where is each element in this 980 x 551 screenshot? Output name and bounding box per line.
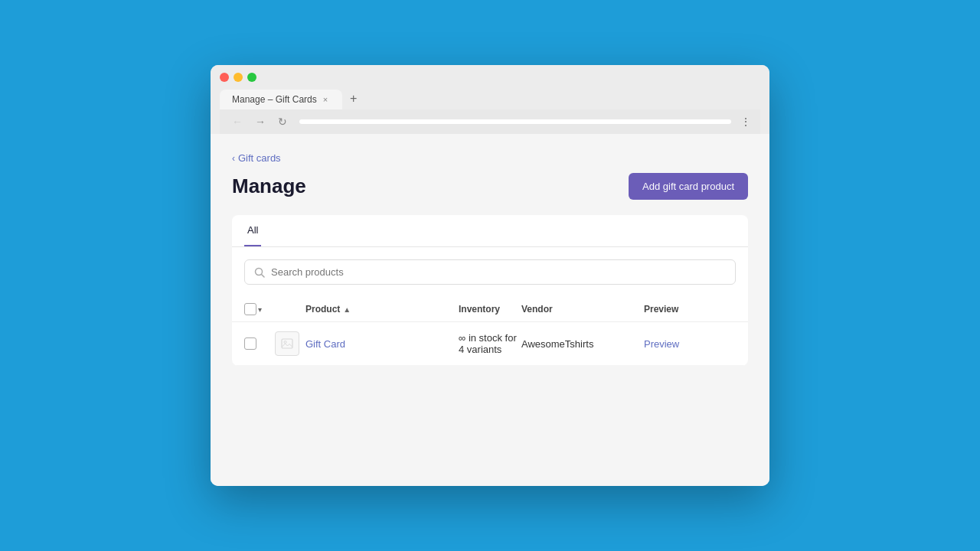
svg-point-3 (284, 341, 286, 344)
url-bar[interactable] (299, 119, 731, 124)
search-box (244, 259, 736, 285)
table-header: ▾ Product ▲ Inventory Vendor Preview (232, 297, 748, 322)
table-row: Gift Card ∞ in stock for 4 variants Awes… (232, 322, 748, 366)
new-tab-button[interactable]: + (342, 88, 364, 109)
product-column-header[interactable]: Product ▲ (305, 304, 459, 315)
tabs-row: All (232, 215, 748, 247)
inventory-value: ∞ in stock for 4 variants (459, 332, 521, 355)
search-icon (254, 267, 265, 278)
product-name-link[interactable]: Gift Card (305, 338, 459, 350)
browser-chrome: Manage – Gift Cards × + ← → ↻ ⋮ (211, 65, 769, 134)
address-bar: ← → ↻ ⋮ (220, 109, 760, 134)
image-placeholder-icon (280, 337, 294, 350)
tab-title: Manage – Gift Cards (232, 94, 317, 105)
refresh-button[interactable]: ↻ (275, 114, 290, 129)
tab-close-button[interactable]: × (323, 95, 328, 104)
tab-all[interactable]: All (244, 215, 261, 246)
tab-bar: Manage – Gift Cards × + (220, 88, 760, 109)
nav-buttons: ← → ↻ (229, 114, 290, 129)
page-content: ‹ Gift cards Manage Add gift card produc… (211, 134, 769, 486)
traffic-light-yellow[interactable] (234, 73, 243, 82)
vendor-column-header: Vendor (521, 304, 644, 315)
inventory-column-header: Inventory (459, 304, 521, 315)
select-all-checkbox-container[interactable]: ▾ (244, 303, 275, 315)
products-card: All ▾ Produc (232, 215, 748, 366)
browser-tab[interactable]: Manage – Gift Cards × (220, 90, 342, 109)
browser-menu-icon[interactable]: ⋮ (740, 116, 751, 128)
forward-button[interactable]: → (252, 114, 269, 129)
browser-window: Manage – Gift Cards × + ← → ↻ ⋮ ‹ Gift c… (211, 65, 769, 486)
vendor-value: AwesomeTshirts (521, 338, 644, 350)
browser-actions: ⋮ (740, 116, 751, 128)
breadcrumb[interactable]: ‹ Gift cards (232, 152, 748, 164)
select-all-checkbox[interactable] (244, 303, 256, 315)
page-header: Manage Add gift card product (232, 173, 748, 200)
traffic-light-red[interactable] (220, 73, 229, 82)
svg-line-1 (262, 274, 265, 277)
back-button[interactable]: ← (229, 114, 246, 129)
svg-rect-2 (282, 339, 292, 348)
browser-controls (220, 73, 760, 82)
breadcrumb-arrow: ‹ (232, 153, 235, 164)
row-checkbox[interactable] (244, 337, 256, 350)
preview-link[interactable]: Preview (644, 338, 736, 350)
product-image (275, 331, 299, 356)
breadcrumb-label[interactable]: Gift cards (238, 152, 281, 164)
row-checkbox-container[interactable] (244, 337, 275, 350)
add-gift-card-button[interactable]: Add gift card product (629, 173, 748, 200)
traffic-light-green[interactable] (247, 73, 256, 82)
product-header-label: Product (305, 304, 340, 315)
preview-column-header: Preview (644, 304, 736, 315)
search-row (232, 247, 748, 297)
sort-icon: ▲ (343, 305, 351, 314)
checkbox-chevron-icon[interactable]: ▾ (258, 305, 262, 314)
page-title: Manage (232, 174, 306, 198)
search-input[interactable] (271, 266, 726, 278)
